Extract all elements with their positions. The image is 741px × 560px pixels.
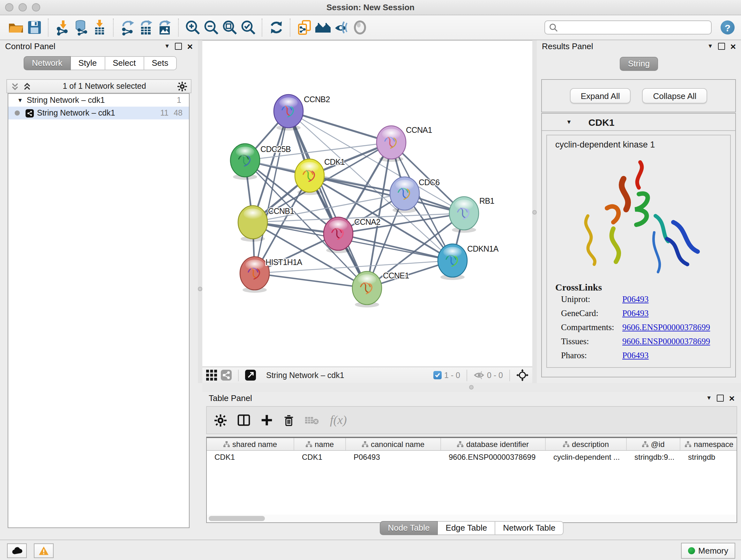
network-node-CDC25B[interactable] [230,144,260,180]
network-edge-HIST1H1A-CCNE1[interactable] [255,273,367,288]
network-edge-CCNB2-CCNA1[interactable] [288,111,391,142]
clone-network-button[interactable] [295,18,313,37]
help-button[interactable]: ? [721,20,735,35]
column-header[interactable]: name [294,438,346,450]
network-canvas[interactable]: CCNB2CCNA1CDC25BCDK1CDC6RB1CCNB1CCNA2CDK… [202,40,532,367]
network-node-CCNE1[interactable] [352,271,382,307]
hide-selected-button[interactable] [332,18,350,37]
open-folder-icon [7,19,24,36]
splitter-handle[interactable] [198,287,202,291]
crosslink-pharos[interactable]: P06493 [622,351,649,361]
netbar-separator [509,369,510,381]
pan-crosshair-icon[interactable] [516,369,529,381]
crosslink-genecard[interactable]: P06493 [622,308,649,319]
selected-checkbox-icon[interactable] [433,371,442,379]
column-header[interactable]: canonical name [346,438,441,450]
column-header[interactable]: shared name [207,438,294,450]
zoom-out-button[interactable] [202,18,220,37]
close-panel-icon[interactable]: × [729,395,735,401]
tab-string[interactable]: String [620,57,658,71]
crosslink-compartments[interactable]: 9606.ENSP00000378699 [622,322,710,333]
import-network-from-file-button[interactable] [53,18,71,37]
network-node-CDKN1A[interactable] [438,244,467,280]
expand-all-tree-icon[interactable] [11,82,19,90]
tab-network[interactable]: Network [23,56,71,70]
network-node-CCNA1[interactable] [377,126,406,162]
warning-triangle-icon [38,546,49,555]
toolbar-separator [178,18,179,37]
results-panel-title: Results Panel [542,41,593,51]
first-neighbors-button[interactable] [313,18,332,37]
zoom-in-icon [184,19,201,36]
table-options-gear-icon[interactable] [214,414,226,426]
export-network-button[interactable] [118,18,137,37]
zoom-fit-button[interactable] [220,18,239,37]
splitter-handle[interactable] [469,385,474,389]
network-node-RB1[interactable] [449,197,479,233]
close-panel-icon[interactable]: × [730,43,736,49]
collapse-all-button[interactable]: Collapse All [643,88,708,104]
network-row-selected[interactable]: String Network – cdk1 11 48 [8,107,189,119]
left-splitter[interactable] [198,40,202,383]
gear-icon[interactable] [178,81,187,91]
column-header[interactable]: namespace [680,438,737,450]
float-panel-icon[interactable] [718,43,725,50]
grid-mode-icon[interactable] [206,370,217,381]
show-columns-icon[interactable] [238,415,250,426]
disclosure-triangle-icon[interactable]: ▼ [17,97,23,104]
cloud-status-button[interactable] [7,543,27,558]
float-panel-icon[interactable] [175,43,182,50]
apply-layout-button[interactable] [267,18,285,37]
show-all-button[interactable] [350,18,369,37]
tab-network-table[interactable]: Network Table [495,521,563,535]
table-row[interactable]: CDK1 CDK1 P06493 9606.ENSP00000378699 cy… [207,451,737,463]
tab-edge-table[interactable]: Edge Table [438,521,495,535]
zoom-in-button[interactable] [183,18,202,37]
delete-table-icon-disabled [305,415,319,425]
import-network-from-database-button[interactable] [71,18,90,37]
memory-button[interactable]: Memory [681,543,735,558]
panel-menu-icon[interactable]: ▼ [708,43,713,49]
right-splitter[interactable] [532,40,537,383]
add-column-plus-icon[interactable] [261,415,273,426]
network-collection-row[interactable]: ▼ String Network – cdk1 1 [8,94,189,107]
warnings-button[interactable] [34,543,54,558]
zoom-selected-button[interactable] [239,18,257,37]
crosslink-tissues[interactable]: 9606.ENSP00000378699 [622,336,710,347]
export-image-button[interactable] [155,18,174,37]
horizontal-splitter[interactable] [202,383,741,392]
network-selection-status: 1 of 1 Network selected [31,82,178,91]
save-session-button[interactable] [25,18,44,37]
expand-all-button[interactable]: Expand All [570,88,631,104]
close-panel-icon[interactable]: × [187,43,193,49]
search-input[interactable] [558,22,707,33]
string-view-icon[interactable] [221,370,232,381]
entry-disclosure-icon[interactable]: ▼ [566,119,572,125]
tab-style[interactable]: Style [71,56,105,70]
column-header[interactable]: @id [627,438,680,450]
network-node-CCNB2[interactable] [274,95,303,131]
collection-label: String Network – cdk1 [27,96,105,105]
float-panel-icon[interactable] [717,394,724,401]
tab-select[interactable]: Select [105,56,144,70]
panel-menu-icon[interactable]: ▼ [706,395,712,401]
collapse-all-tree-icon[interactable] [23,82,31,90]
open-session-button[interactable] [6,18,25,37]
node-label-CCNE1: CCNE1 [383,271,409,280]
import-table-button[interactable] [90,18,109,37]
search-box[interactable] [544,20,712,35]
crosslink-uniprot[interactable]: P06493 [622,294,649,305]
network-edge-CDK1-RB1[interactable] [310,176,464,213]
delete-trash-icon[interactable] [283,414,294,426]
birdseye-view-icon[interactable] [245,370,256,381]
tab-sets[interactable]: Sets [144,56,177,70]
panel-menu-icon[interactable]: ▼ [164,43,170,49]
export-table-button[interactable] [137,18,155,37]
column-header[interactable]: description [546,438,627,450]
network-node-HIST1H1A[interactable] [240,257,269,293]
network-edge-CCNB2-HIST1H1A[interactable] [255,111,288,273]
splitter-handle[interactable] [532,210,537,214]
column-header[interactable]: database identifier [441,438,546,450]
tab-node-table[interactable]: Node Table [380,521,438,535]
scrollbar-thumb[interactable] [209,516,265,521]
